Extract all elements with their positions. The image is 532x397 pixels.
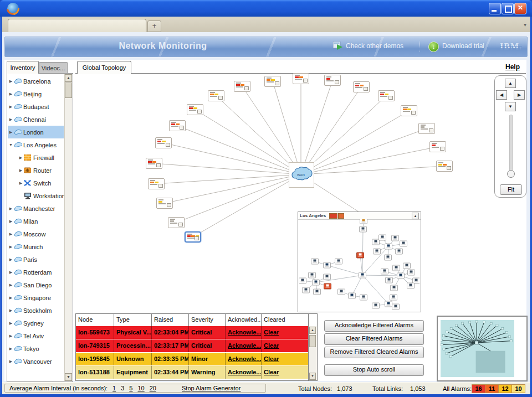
node-expander[interactable]: [197, 110, 202, 114]
pan-right-button[interactable]: ▶: [514, 90, 525, 100]
zoom-slider-track[interactable]: [509, 115, 513, 178]
tree-item-vancouver[interactable]: ▶Vancouver: [8, 355, 64, 368]
inset-node-alert[interactable]: [357, 252, 364, 258]
inset-node-pc[interactable]: [381, 269, 388, 274]
chevron-right-icon[interactable]: ▶: [8, 283, 14, 287]
node-expander[interactable]: [303, 79, 308, 83]
inset-node-hub[interactable]: [324, 262, 331, 268]
topology-node[interactable]: [148, 178, 165, 189]
node-expander[interactable]: [178, 223, 183, 226]
node-expander[interactable]: [275, 81, 279, 85]
chevron-right-icon[interactable]: ▶: [8, 92, 14, 96]
tree-item-moscow[interactable]: ▶Moscow: [8, 228, 64, 240]
topology-node[interactable]: [418, 123, 435, 134]
chevron-right-icon[interactable]: ▶: [18, 168, 24, 173]
chevron-right-icon[interactable]: ▶: [8, 232, 14, 236]
tree-item-workstation[interactable]: Workstation: [8, 189, 64, 202]
inset-node-hub[interactable]: [349, 293, 356, 298]
scroll-thumb[interactable]: [65, 83, 72, 98]
inset-node-pc[interactable]: [391, 285, 398, 291]
chevron-right-icon[interactable]: ▶: [8, 359, 14, 364]
tree-item-firewall[interactable]: ▶Firewall: [8, 151, 64, 164]
inset-node-pc[interactable]: [407, 283, 415, 288]
inset-node-pc[interactable]: [400, 241, 407, 246]
inset-node-pc[interactable]: [311, 259, 319, 264]
inset-node-pc[interactable]: [299, 278, 306, 283]
inset-node-hub[interactable]: [385, 301, 392, 307]
tree-item-switch[interactable]: ▶Switch: [8, 177, 64, 189]
chevron-right-icon[interactable]: ▶: [8, 105, 14, 109]
tree-item-rotterdam[interactable]: ▶Rotterdam: [8, 266, 64, 279]
chevron-right-icon[interactable]: ▶: [8, 321, 14, 326]
node-expander[interactable]: [388, 96, 393, 100]
topology-node[interactable]: [324, 75, 341, 86]
tree-item-barcelona[interactable]: ▶Barcelona: [8, 75, 64, 87]
inset-node-pc[interactable]: [403, 263, 411, 269]
inset-node-warn[interactable]: [360, 219, 367, 224]
tab-global-topology[interactable]: Global Topology: [77, 61, 131, 74]
tree-item-sydney[interactable]: ▶Sydney: [8, 317, 64, 329]
chevron-right-icon[interactable]: ▶: [8, 347, 14, 351]
inset-node-hub[interactable]: [359, 272, 366, 278]
inset-node-pc[interactable]: [386, 277, 393, 283]
chevron-right-icon[interactable]: ▶: [18, 181, 24, 185]
inset-node-pc[interactable]: [392, 235, 399, 241]
node-expander[interactable]: [166, 143, 170, 147]
wan-hub-node[interactable]: WAN: [289, 162, 314, 188]
inset-node-pc[interactable]: [374, 249, 381, 254]
node-expander[interactable]: [180, 126, 184, 130]
fit-button[interactable]: Fit: [500, 184, 522, 195]
chevron-right-icon[interactable]: ▶: [8, 207, 14, 211]
inset-node-hub[interactable]: [385, 244, 392, 249]
inset-node-hub[interactable]: [397, 273, 405, 279]
tree-item-chennai[interactable]: ▶Chennai: [8, 113, 64, 126]
chevron-right-icon[interactable]: ▶: [8, 257, 14, 262]
topology-node[interactable]: [168, 217, 185, 228]
inset-node-pc[interactable]: [335, 259, 342, 264]
topology-node[interactable]: [156, 198, 173, 209]
chevron-right-icon[interactable]: ▶: [8, 245, 14, 249]
tree-item-tel-aviv[interactable]: ▶Tel Aviv: [8, 329, 64, 342]
tree-item-singapore[interactable]: ▶Singapore: [8, 291, 64, 304]
tree-item-milan[interactable]: ▶Milan: [8, 215, 64, 228]
inset-node-pc[interactable]: [324, 274, 331, 280]
topology-node[interactable]: [169, 120, 186, 131]
chevron-right-icon[interactable]: ▶: [8, 130, 14, 135]
inset-node-pc[interactable]: [314, 289, 321, 295]
pan-down-button[interactable]: ▼: [505, 102, 516, 111]
inset-node-pc[interactable]: [385, 255, 392, 260]
zoom-slider-thumb[interactable]: [507, 170, 515, 178]
topology-node[interactable]: [264, 76, 281, 87]
topology-node[interactable]: [293, 73, 309, 84]
inset-node-pc[interactable]: [303, 287, 310, 293]
topology-node-selected[interactable]: [185, 231, 201, 243]
node-expander[interactable]: [429, 128, 433, 132]
tree-scrollbar[interactable]: ▲ ▼: [64, 74, 72, 381]
scroll-up-button[interactable]: ▲: [65, 74, 72, 82]
chevron-down-icon[interactable]: ▼: [8, 143, 14, 147]
inset-node-pc[interactable]: [338, 289, 345, 295]
topology-node[interactable]: [436, 161, 453, 172]
node-expander[interactable]: [411, 111, 416, 115]
node-expander[interactable]: [156, 163, 161, 167]
inset-node-pc[interactable]: [360, 226, 367, 232]
chevron-right-icon[interactable]: ▶: [8, 334, 14, 338]
topology-node[interactable]: [353, 81, 370, 92]
pan-left-button[interactable]: ◀: [496, 90, 507, 100]
tree-item-stockholm[interactable]: ▶Stockholm: [8, 304, 64, 317]
tree-item-los-angeles[interactable]: ▼Los Angeles: [8, 138, 64, 151]
inset-node-pc[interactable]: [396, 249, 403, 254]
inset-node-pc[interactable]: [390, 295, 397, 300]
help-link[interactable]: Help: [505, 63, 520, 71]
tree-item-tokyo[interactable]: ▶Tokyo: [8, 342, 64, 355]
tree-item-beijing[interactable]: ▶Beijing: [8, 87, 64, 100]
tree-item-san-diego[interactable]: ▶San Diego: [8, 279, 64, 291]
node-expander[interactable]: [364, 87, 368, 91]
scroll-down-button[interactable]: ▼: [65, 373, 72, 381]
chevron-right-icon[interactable]: ▶: [8, 270, 14, 275]
chevron-right-icon[interactable]: ▶: [8, 79, 14, 84]
inset-node-pc[interactable]: [379, 235, 386, 240]
topology-node[interactable]: [401, 105, 417, 116]
topology-node[interactable]: [146, 158, 162, 169]
chevron-right-icon[interactable]: ▶: [8, 308, 14, 313]
